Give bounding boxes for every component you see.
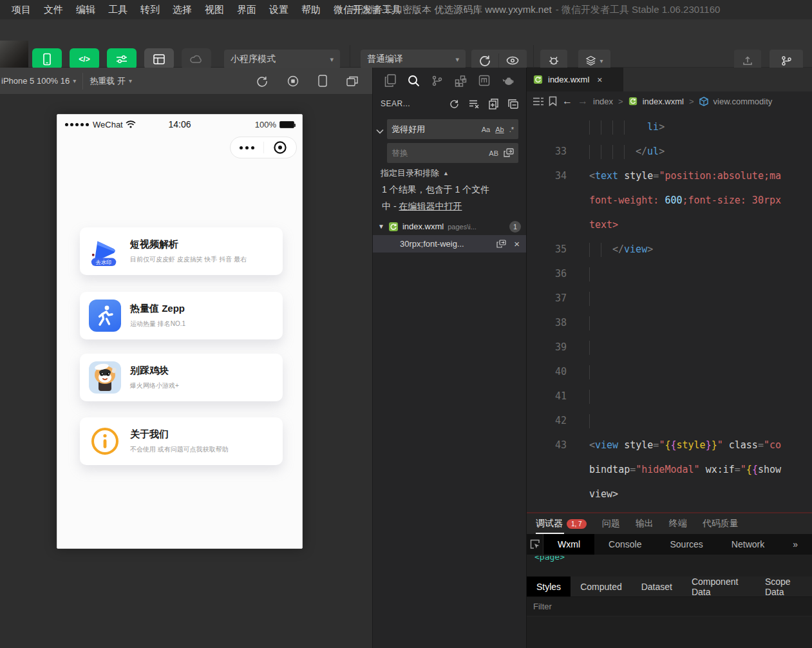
close-tab-icon[interactable]: × <box>597 75 602 85</box>
back-icon[interactable]: ← <box>562 95 572 107</box>
menu-item[interactable]: 视图 <box>198 4 231 16</box>
panel-title: SEAR... <box>381 99 410 108</box>
include-exclude-label: 指定目录和排除 <box>381 167 439 179</box>
line-number: 43 <box>527 433 567 457</box>
menu-item[interactable]: 帮助 <box>295 4 327 16</box>
breadcrumb-index[interactable]: index <box>593 97 613 106</box>
device-frame-icon[interactable] <box>318 75 327 87</box>
code-line: view> <box>527 482 812 506</box>
bookmark-icon[interactable] <box>549 96 557 106</box>
battery-icon <box>279 121 294 128</box>
menu-item[interactable]: 编辑 <box>70 4 102 16</box>
menu-item[interactable]: 设置 <box>263 4 295 16</box>
line-number: 35 <box>527 237 567 262</box>
detach-window-icon[interactable] <box>346 76 358 86</box>
code-area[interactable]: li>33</ul>34<text style="position:absolu… <box>527 111 812 512</box>
inspect-element-icon[interactable] <box>527 534 543 555</box>
styles-filter-input[interactable]: Filter <box>527 597 812 616</box>
forward-icon[interactable]: → <box>578 95 588 107</box>
styles-panel-tab[interactable]: Component Data <box>682 577 755 596</box>
files-icon[interactable] <box>384 74 396 87</box>
mode-select[interactable]: 小程序模式 ▾ <box>224 50 340 69</box>
refresh-search-icon[interactable] <box>449 99 459 109</box>
new-search-editor-icon[interactable] <box>489 99 498 110</box>
list-item-video-parse[interactable]: 去水印 短视频解析 目前仅可皮皮虾 皮皮搞笑 快手 抖音 最右 <box>80 227 283 275</box>
search-icon[interactable] <box>408 75 420 87</box>
code-line: 41 <box>527 384 812 408</box>
devtools-tab-wxml[interactable]: Wxml <box>543 534 594 555</box>
breadcrumb-file[interactable]: index.wxml <box>643 97 684 106</box>
devtools-tab[interactable]: Network <box>717 534 779 555</box>
tab-index-wxml[interactable]: index.wxml × <box>527 68 623 91</box>
search-input[interactable]: 觉得好用 Aa Ab .* <box>387 119 518 139</box>
include-exclude-toggle[interactable]: 指定目录和排除 ▲ <box>381 167 449 179</box>
open-in-editor-link[interactable]: 在编辑器中打开 <box>399 201 462 211</box>
code-line: 43<view style="{{style}}" class="co <box>527 433 812 457</box>
toggle-replace-chevron[interactable] <box>376 129 384 134</box>
cloud-icon <box>190 55 203 64</box>
chevron-down-icon: ▾ <box>73 77 76 84</box>
extensions-icon[interactable] <box>455 75 467 87</box>
menu-item[interactable]: 选择 <box>166 4 198 16</box>
preserve-case-icon[interactable]: AB <box>489 149 498 157</box>
results-summary: 1 个结果，包含于 1 个文件 中 - 在编辑器中打开 <box>382 181 489 214</box>
breadcrumb-symbol[interactable]: view.commodity <box>713 97 773 106</box>
layout-icon <box>153 54 165 64</box>
replace-input[interactable]: 替换 AB <box>387 143 518 163</box>
debugger-panel-tab[interactable]: 终端 <box>669 518 687 529</box>
filter-placeholder: Filter <box>533 602 552 611</box>
wxml-tree-partial: <page> <box>534 556 565 565</box>
clear-results-icon[interactable] <box>469 99 479 108</box>
source-control-icon[interactable] <box>431 75 443 87</box>
tab-debugger[interactable]: 调试器 1, 7 <box>536 518 587 529</box>
regex-icon[interactable]: .* <box>509 126 514 133</box>
styles-panel-tab[interactable]: Computed <box>571 577 632 596</box>
more-menu-button[interactable] <box>231 146 263 149</box>
simulator-toolbar: iPhone 5 100% 16 ▾ 热重载 开 ▾ <box>0 68 372 95</box>
menu-item[interactable]: 项目 <box>5 4 37 16</box>
styles-panel-tab[interactable]: Dataset <box>632 577 682 596</box>
debugger-panel-tab[interactable]: 输出 <box>636 518 654 529</box>
list-item-game[interactable]: 别踩鸡块 爆火网络小游戏+ <box>80 354 283 401</box>
replace-placeholder: 替换 <box>392 148 408 159</box>
dismiss-match-icon[interactable]: × <box>514 238 520 249</box>
tab-label: index.wxml <box>548 75 589 84</box>
activity-bar <box>373 68 526 93</box>
line-number <box>527 482 567 506</box>
npm-panel-icon[interactable] <box>478 75 490 86</box>
record-icon[interactable] <box>287 75 299 87</box>
close-capsule-button[interactable] <box>264 140 297 155</box>
outline-icon[interactable] <box>533 97 543 106</box>
teapot-icon[interactable] <box>502 76 515 86</box>
result-match-row[interactable]: 30rpx;font-weig... × <box>373 235 526 253</box>
whole-word-icon[interactable]: Ab <box>495 126 504 133</box>
tab-styles[interactable]: Styles <box>527 577 571 596</box>
collapse-all-icon[interactable] <box>508 99 518 109</box>
match-case-icon[interactable]: Aa <box>482 126 490 133</box>
menu-item[interactable]: 界面 <box>231 4 263 16</box>
line-number: 42 <box>527 408 567 433</box>
result-file-row[interactable]: ▼ index.wxml pages\i... 1 <box>373 218 526 235</box>
restart-icon[interactable] <box>256 75 268 87</box>
device-selector[interactable]: iPhone 5 100% 16 ▾ <box>0 68 82 94</box>
devtools-tab[interactable]: Console <box>594 534 656 555</box>
devtools-tab[interactable]: Sources <box>656 534 717 555</box>
devtools-tab[interactable]: » <box>779 534 812 555</box>
list-item-calorie-zepp[interactable]: 热量值 Zepp 运动热量 排名NO.1 <box>80 292 283 339</box>
menu-bar: 项目文件编辑工具转到选择视图界面设置帮助微信开发者工具 引流版-未加密版本 优选… <box>0 0 812 19</box>
debugger-panel-tab[interactable]: 问题 <box>602 518 620 529</box>
code-line: 38 <box>527 310 812 335</box>
menu-item[interactable]: 转到 <box>134 4 166 16</box>
debugger-panel-tab[interactable]: 代码质量 <box>703 518 739 529</box>
menu-item[interactable]: 文件 <box>37 4 70 16</box>
list-item-about[interactable]: 关于我们 不会使用 或有问题可点我获取帮助 <box>80 417 283 465</box>
replace-one-icon[interactable] <box>496 240 506 249</box>
results-count: 1 个结果，包含于 1 个文件 <box>382 181 489 198</box>
card-subtitle: 目前仅可皮皮虾 皮皮搞笑 快手 抖音 最右 <box>130 255 247 264</box>
status-bar: WeChat 14:06 100% <box>57 115 302 134</box>
hot-reload-toggle[interactable]: 热重载 开 ▾ <box>83 68 138 94</box>
menu-item[interactable]: 工具 <box>102 4 134 16</box>
compile-mode-select[interactable]: 普通编译 ▾ <box>361 50 466 69</box>
replace-all-icon[interactable] <box>504 148 514 158</box>
styles-panel-tab[interactable]: Scope Data <box>755 577 812 596</box>
